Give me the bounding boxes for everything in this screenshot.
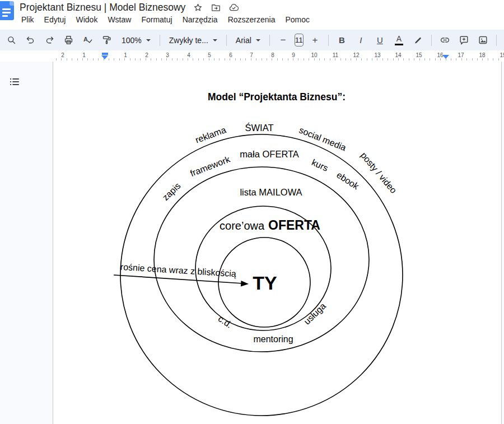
business-model-drawing[interactable]: Model “Projektanta Biznesu”: reklama ŚWI…	[0, 62, 504, 424]
toolbar-divider	[431, 35, 432, 46]
ruler-number: 6	[229, 52, 232, 58]
label-posty-video: posty / video	[359, 151, 399, 195]
top-bar: Projektant Biznesu | Model Biznesowy Pli…	[0, 0, 504, 30]
font-size-decrease-button[interactable]: −	[276, 32, 291, 48]
ruler-number: 1	[124, 52, 127, 58]
redo-button[interactable]	[42, 32, 57, 48]
cloud-saved-icon[interactable]	[228, 2, 239, 13]
label-lista-mailowa: lista MAILOWA	[240, 187, 302, 197]
highlight-color-button[interactable]	[410, 32, 426, 48]
ruler-number: 18	[479, 52, 485, 58]
search-icon	[6, 35, 17, 45]
ruler-number: 4	[187, 52, 190, 58]
ruler-number: 17	[458, 52, 464, 58]
label-cd: c.d.	[217, 314, 234, 330]
horizontal-ruler[interactable]: 2 1 1 2 3 4 5 6 7 8 9 10 11 12 13 14 15 …	[0, 52, 504, 62]
google-docs-icon[interactable]	[0, 1, 14, 20]
bold-button[interactable]: B	[334, 32, 349, 48]
paragraph-style-select[interactable]: Zwykły te...	[166, 32, 221, 48]
label-mentoring: mentoring	[253, 334, 293, 344]
ruler-number: 7	[250, 52, 253, 58]
ruler-number: 1	[82, 52, 86, 58]
font-size-increase-button[interactable]: +	[307, 32, 323, 48]
label-ebook: ebook	[335, 170, 361, 192]
label-reklama: reklama	[194, 125, 227, 145]
ruler-number: 8	[271, 52, 274, 58]
toolbar-divider	[496, 35, 497, 46]
spellcheck-button[interactable]: A	[80, 32, 95, 48]
ruler-number: 2	[61, 52, 64, 58]
print-button[interactable]	[61, 32, 76, 48]
label-zapis: zapis	[161, 181, 183, 202]
label-ty: TY	[253, 272, 277, 293]
menu-widok[interactable]: Widok	[71, 14, 102, 25]
add-comment-button[interactable]	[456, 32, 472, 48]
ruler-number: 2	[145, 52, 148, 58]
font-size-input[interactable]: 11	[295, 34, 304, 46]
ruler-number: 10	[311, 52, 317, 58]
label-swiat: ŚWIAT	[245, 123, 273, 133]
menu-formatuj[interactable]: Formatuj	[136, 14, 177, 25]
ruler-number: 15	[416, 52, 422, 58]
left-indent-marker[interactable]	[101, 53, 108, 60]
ruler-number: 11	[333, 52, 338, 58]
underline-button[interactable]: U	[372, 32, 388, 48]
font-family-select[interactable]: Arial	[232, 32, 264, 48]
menu-wstaw[interactable]: Wstaw	[102, 14, 136, 25]
ruler-number: 13	[374, 52, 380, 58]
price-arrow-head	[241, 281, 249, 287]
toolbar-divider	[269, 35, 270, 46]
italic-button[interactable]: I	[353, 32, 368, 48]
undo-button[interactable]	[23, 32, 38, 48]
toolbar-divider	[226, 35, 227, 46]
svg-text:A: A	[83, 36, 88, 43]
label-kurs: kurs	[310, 157, 330, 173]
label-usluga: usługa	[302, 301, 328, 326]
ruler-number: 3	[166, 52, 169, 58]
toolbar: A 100% Zwykły te... Arial − 11 + B I U	[0, 30, 504, 50]
document-area: Model “Projektanta Biznesu”: reklama ŚWI…	[0, 62, 504, 424]
ruler-ticks	[56, 58, 503, 60]
menu-plik[interactable]: Plik	[16, 14, 39, 25]
ruler-number: 9	[292, 52, 295, 58]
menu-narzedzia[interactable]: Narzędzia	[178, 14, 223, 25]
text-color-button[interactable]: A	[391, 32, 407, 48]
undo-icon	[25, 35, 36, 45]
ruler-number: 19	[500, 52, 504, 58]
chevron-down-icon	[213, 39, 217, 41]
label-framework: framework	[189, 154, 232, 178]
doc-heading[interactable]: Model “Projektanta Biznesu”:	[208, 91, 346, 102]
menu-pomoc[interactable]: Pomoc	[280, 14, 315, 25]
comment-plus-icon	[459, 35, 469, 45]
ruler-number: 12	[353, 52, 359, 58]
print-icon	[63, 35, 74, 45]
insert-link-button[interactable]	[437, 32, 452, 48]
toolbar-divider	[160, 35, 160, 46]
document-title-input[interactable]: Projektant Biznesu | Model Biznesowy	[20, 2, 185, 13]
label-coreowa-oferta: core’owaOFERTA	[220, 218, 320, 232]
highlighter-icon	[413, 35, 423, 45]
zoom-select[interactable]: 100%	[118, 32, 154, 48]
menu-bar: Plik Edytuj Widok Wstaw Formatuj Narzędz…	[16, 13, 315, 26]
chevron-down-icon	[146, 39, 151, 41]
move-to-folder-icon[interactable]	[211, 2, 221, 13]
star-icon[interactable]	[193, 2, 203, 13]
redo-icon	[44, 35, 55, 45]
ruler-number: 14	[395, 52, 401, 58]
spellcheck-icon: A	[82, 35, 93, 45]
insert-image-button[interactable]	[475, 32, 491, 48]
label-arrow: rośnie cena wraz z bliskością	[120, 262, 236, 279]
google-docs-window: Projektant Biznesu | Model Biznesowy Pli…	[0, 0, 504, 424]
link-icon	[440, 35, 450, 45]
chevron-down-icon	[256, 39, 260, 41]
image-icon	[478, 35, 488, 45]
menu-rozszerzenia[interactable]: Rozszerzenia	[223, 14, 281, 25]
right-indent-marker[interactable]	[442, 55, 449, 59]
paint-roller-icon	[101, 35, 112, 45]
ruler-number: 5	[208, 52, 211, 58]
toolbar-divider	[328, 35, 329, 46]
text-color-icon: A	[395, 35, 403, 45]
paint-format-button[interactable]	[99, 32, 114, 48]
menu-edytuj[interactable]: Edytuj	[39, 14, 71, 25]
search-button[interactable]	[4, 32, 19, 48]
